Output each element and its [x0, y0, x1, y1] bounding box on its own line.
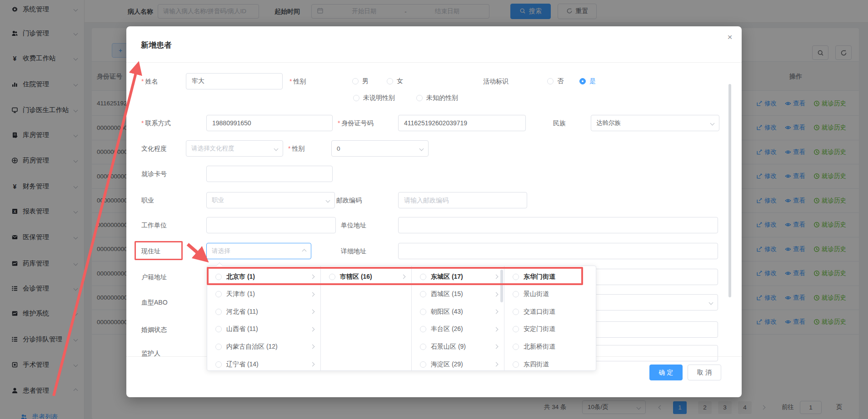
cascader-option[interactable]: 山西省 (11): [207, 320, 320, 338]
cascader-option[interactable]: 北京市 (1): [207, 268, 320, 286]
cascader-option[interactable]: 北新桥街道: [504, 338, 596, 355]
chevron-right-icon: [310, 292, 315, 296]
education-label: 文化程度: [141, 140, 167, 157]
cascader-option[interactable]: 朝阳区 (43): [412, 303, 504, 320]
cascader-option[interactable]: 西城区 (15): [412, 286, 504, 303]
radio-icon: [215, 291, 222, 297]
radio-icon: [215, 274, 222, 280]
header-divider: [126, 62, 742, 63]
occupation-label: 职业: [141, 192, 154, 208]
radio-icon: [215, 309, 222, 315]
blood-type-label: 血型ABO: [141, 294, 168, 311]
radio-icon: [420, 274, 426, 280]
cascader-option[interactable]: 景山街道: [504, 286, 596, 303]
cascader-column-2: 东城区 (17)西城区 (15)朝阳区 (43)丰台区 (26)石景山区 (9)…: [412, 266, 504, 370]
confirm-button[interactable]: 确 定: [649, 365, 683, 380]
name-input[interactable]: [186, 73, 283, 89]
guardian-label: 监护人: [141, 345, 160, 361]
radio-icon: [215, 361, 222, 368]
active-flag-radio-no[interactable]: 否: [547, 73, 564, 89]
name-label: *姓名: [141, 73, 158, 89]
radio-icon: [420, 291, 426, 297]
current-address-label: 现住址: [141, 243, 160, 259]
contact-label: *联系方式: [141, 115, 170, 131]
chevron-right-icon: [310, 362, 315, 367]
radio-icon: [547, 78, 554, 84]
chevron-right-icon: [310, 310, 315, 314]
cascader-option[interactable]: 辽宁省 (14): [207, 355, 320, 370]
active-flag-label: 活动标识: [483, 73, 509, 89]
gender-radio-unknown[interactable]: 未知的性别: [416, 90, 458, 106]
cascader-option[interactable]: 海淀区 (29): [412, 355, 504, 370]
id-number-input[interactable]: [398, 115, 526, 131]
radio-selected-icon: [579, 78, 586, 84]
gender-code-label: *性别: [288, 140, 304, 157]
modal-scrollbar[interactable]: [728, 84, 731, 297]
radio-icon: [420, 326, 426, 332]
gender-radio-male[interactable]: 男: [352, 73, 369, 89]
cascader-option[interactable]: 东华门街道: [504, 268, 596, 286]
card-no-label: 就诊卡号: [141, 166, 167, 182]
cascader-option[interactable]: 内蒙古自治区 (12): [207, 338, 320, 355]
cascader-option[interactable]: 东四街道: [504, 355, 596, 370]
cascader-option[interactable]: 丰台区 (26): [412, 320, 504, 338]
radio-icon: [513, 291, 519, 297]
detail-address-input[interactable]: [398, 243, 718, 259]
cascader-option[interactable]: 交道口街道: [504, 303, 596, 320]
detail-address-label: 详细地址: [341, 243, 366, 259]
dialog-title: 新增患者: [141, 40, 172, 50]
ethnicity-label: 民族: [553, 115, 566, 131]
chevron-right-icon: [494, 327, 499, 331]
radio-icon: [387, 78, 393, 84]
contact-input[interactable]: [206, 115, 333, 131]
chevron-right-icon: [401, 275, 406, 279]
address-cascader-panel: 北京市 (1)天津市 (1)河北省 (11)山西省 (11)内蒙古自治区 (12…: [207, 266, 596, 371]
chevron-right-icon: [310, 327, 315, 331]
add-patient-dialog: 新增患者 × *姓名 *性别 男 女 未说明性别 未知的性别 活动标识 否 是: [126, 26, 742, 397]
close-icon[interactable]: ×: [724, 32, 735, 43]
postal-input[interactable]: [398, 192, 527, 208]
cascader-option[interactable]: 河北省 (11): [207, 303, 320, 320]
id-number-label: *身份证号码: [338, 115, 373, 131]
radio-icon: [353, 95, 359, 101]
chevron-right-icon: [310, 345, 315, 349]
education-select[interactable]: 请选择文化程度: [186, 140, 283, 157]
gender-radio-female[interactable]: 女: [387, 73, 403, 89]
occupation-select[interactable]: 职业: [206, 192, 335, 208]
radio-icon: [513, 309, 519, 315]
radio-icon: [420, 309, 426, 315]
ethnicity-select[interactable]: 达斡尔族: [591, 115, 719, 131]
household-address-label: 户籍地址: [141, 269, 167, 285]
cascader-option[interactable]: 石景山区 (9): [412, 338, 504, 355]
gender-radio-unstated[interactable]: 未说明性别: [353, 90, 395, 106]
cascader-option[interactable]: 东城区 (17): [412, 268, 504, 286]
chevron-down-icon: [419, 146, 424, 151]
chevron-right-icon: [310, 275, 315, 279]
radio-icon: [513, 344, 519, 350]
radio-icon: [420, 344, 426, 350]
radio-icon: [513, 274, 519, 280]
chevron-down-icon: [274, 146, 279, 151]
work-unit-input[interactable]: [206, 217, 336, 233]
active-flag-radio-yes[interactable]: 是: [579, 73, 596, 89]
radio-icon: [215, 344, 222, 350]
radio-icon: [352, 78, 359, 84]
unit-address-input[interactable]: [398, 217, 718, 233]
cascader-option[interactable]: 市辖区 (16): [321, 268, 411, 286]
gender-code-select[interactable]: 0: [331, 140, 429, 157]
cancel-button[interactable]: 取 消: [688, 365, 721, 380]
chevron-right-icon: [494, 292, 499, 296]
marital-label: 婚姻状态: [141, 321, 167, 338]
cascader-option[interactable]: 安定门街道: [504, 320, 596, 338]
radio-icon: [329, 274, 335, 280]
radio-icon: [513, 326, 519, 332]
card-no-input[interactable]: [206, 166, 333, 182]
chevron-down-icon: [709, 300, 713, 305]
current-address-cascader[interactable]: 请选择: [206, 243, 311, 259]
radio-icon: [215, 326, 222, 332]
radio-icon: [513, 361, 519, 368]
app-root: 系统管理门诊管理¥收费工作站住院管理门诊医生工作站库房管理药房管理¥财务管理X报…: [0, 0, 868, 419]
cascader-option[interactable]: 天津市 (1): [207, 286, 320, 303]
work-unit-label: 工作单位: [141, 217, 167, 233]
cascader-column-1: 市辖区 (16): [321, 266, 412, 370]
